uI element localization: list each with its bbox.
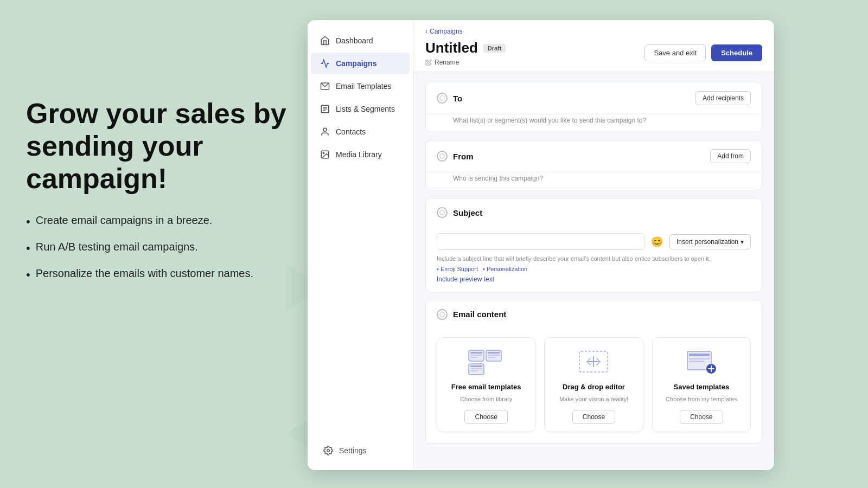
header-row: Untitled Draft Rename Save and exit Sche… bbox=[425, 40, 762, 66]
drag-drop-choose-button[interactable]: Choose bbox=[572, 410, 615, 424]
title-row: Untitled Draft bbox=[425, 40, 506, 56]
svg-point-11 bbox=[440, 210, 444, 215]
subject-input[interactable] bbox=[437, 233, 644, 250]
personalize-button[interactable]: Insert personalization ▾ bbox=[669, 234, 751, 249]
svg-rect-22 bbox=[470, 365, 482, 367]
section-subject: Subject 😊 Insert personalization ▾ Inclu… bbox=[425, 198, 762, 292]
feature-bullet: Create email campaigns in a breeze. bbox=[26, 214, 297, 229]
svg-point-12 bbox=[440, 312, 444, 316]
sidebar-label-settings: Settings bbox=[339, 446, 367, 455]
from-subtext: Who is sending this campaign? bbox=[426, 172, 762, 190]
breadcrumb-campaigns[interactable]: Campaigns bbox=[430, 28, 463, 35]
to-check-icon bbox=[437, 93, 448, 104]
sidebar-label-media: Media Library bbox=[336, 150, 382, 159]
svg-point-5 bbox=[323, 128, 327, 131]
drag-drop-title: Drag & drop editor bbox=[563, 383, 625, 391]
schedule-button[interactable]: Schedule bbox=[711, 44, 762, 61]
svg-rect-20 bbox=[488, 357, 495, 358]
app-window: Dashboard Campaigns Email Templates bbox=[308, 20, 774, 470]
saved-templates-choose-button[interactable]: Choose bbox=[680, 410, 723, 424]
email-icon bbox=[320, 81, 330, 92]
campaigns-icon bbox=[320, 58, 330, 69]
sidebar-label-campaigns: Campaigns bbox=[336, 59, 376, 68]
drag-drop-option[interactable]: Drag & drop editor Make your vision a re… bbox=[544, 337, 643, 432]
breadcrumb-arrow-icon: ‹ bbox=[425, 28, 427, 35]
home-icon bbox=[320, 35, 330, 46]
sidebar-item-contacts[interactable]: Contacts bbox=[311, 121, 410, 143]
svg-point-8 bbox=[327, 450, 330, 452]
lists-icon bbox=[320, 104, 330, 114]
sidebar-label-email-templates: Email Templates bbox=[336, 82, 391, 91]
svg-rect-18 bbox=[488, 352, 500, 354]
feature-bullet: Run A/B testing email campaigns. bbox=[26, 241, 297, 255]
subject-links: • Emoji Support • Personalization bbox=[437, 266, 751, 272]
from-title: From bbox=[453, 152, 474, 161]
settings-icon bbox=[323, 445, 334, 456]
section-subject-header: Subject bbox=[426, 198, 762, 227]
header-title-group: Untitled Draft Rename bbox=[425, 40, 506, 66]
saved-templates-title: Saved templates bbox=[674, 383, 730, 391]
to-subtext: What list(s) or segment(s) would you lik… bbox=[426, 114, 762, 132]
svg-point-9 bbox=[440, 96, 444, 100]
personalization-link[interactable]: • Personalization bbox=[483, 266, 527, 272]
saved-templates-desc: Choose from my templates bbox=[666, 395, 737, 403]
sidebar-item-media-library[interactable]: Media Library bbox=[311, 144, 410, 165]
from-action: Add from bbox=[710, 149, 751, 163]
saved-templates-option[interactable]: Saved templates Choose from my templates… bbox=[652, 337, 751, 432]
sidebar-label-dashboard: Dashboard bbox=[336, 36, 373, 45]
emoji-button[interactable]: 😊 bbox=[649, 234, 665, 250]
sidebar-bottom: Settings bbox=[308, 431, 413, 470]
free-templates-title: Free email templates bbox=[451, 383, 521, 391]
svg-rect-33 bbox=[689, 354, 710, 356]
sidebar-item-settings[interactable]: Settings bbox=[314, 440, 406, 461]
add-from-button[interactable]: Add from bbox=[710, 149, 751, 163]
sections: To Add recipients What list(s) or segmen… bbox=[413, 72, 774, 453]
sidebar-label-contacts: Contacts bbox=[336, 127, 366, 136]
sidebar-item-dashboard[interactable]: Dashboard bbox=[311, 30, 410, 52]
rename-row[interactable]: Rename bbox=[425, 59, 506, 66]
free-templates-desc: Choose from library bbox=[460, 395, 512, 403]
svg-point-10 bbox=[440, 154, 444, 158]
main-content: ‹ Campaigns Untitled Draft Rename Save a… bbox=[413, 20, 774, 470]
header: ‹ Campaigns Untitled Draft Rename Save a… bbox=[413, 20, 774, 72]
save-exit-button[interactable]: Save and exit bbox=[644, 44, 706, 61]
breadcrumb[interactable]: ‹ Campaigns bbox=[425, 28, 762, 35]
emoji-support-link[interactable]: • Emoji Support bbox=[437, 266, 478, 272]
personalize-label: Insert personalization bbox=[676, 238, 738, 246]
free-templates-icon bbox=[467, 349, 505, 378]
drag-drop-icon bbox=[575, 349, 612, 378]
section-from-header: From Add from bbox=[426, 140, 762, 172]
left-panel: Grow your sales by sending your campaign… bbox=[26, 98, 297, 294]
sidebar: Dashboard Campaigns Email Templates bbox=[308, 20, 413, 470]
to-action: Add recipients bbox=[695, 91, 751, 105]
sidebar-item-campaigns[interactable]: Campaigns bbox=[311, 53, 410, 74]
free-templates-option[interactable]: Free email templates Choose from library… bbox=[437, 337, 535, 432]
sidebar-nav: Dashboard Campaigns Email Templates bbox=[308, 30, 413, 431]
rename-label: Rename bbox=[435, 59, 459, 66]
svg-rect-24 bbox=[470, 370, 478, 371]
feature-list: Create email campaigns in a breeze.Run A… bbox=[26, 214, 297, 282]
svg-rect-34 bbox=[689, 358, 710, 359]
svg-rect-15 bbox=[470, 355, 482, 356]
section-to: To Add recipients What list(s) or segmen… bbox=[425, 82, 762, 132]
add-recipients-button[interactable]: Add recipients bbox=[695, 91, 751, 105]
to-title: To bbox=[453, 94, 462, 103]
email-content-title: Email content bbox=[453, 310, 506, 319]
sidebar-item-email-templates[interactable]: Email Templates bbox=[311, 75, 410, 97]
sidebar-label-lists: Lists & Segments bbox=[336, 105, 395, 113]
svg-rect-19 bbox=[488, 355, 500, 356]
media-icon bbox=[320, 149, 330, 160]
svg-point-7 bbox=[323, 152, 324, 153]
header-actions: Save and exit Schedule bbox=[644, 44, 762, 61]
email-content-body: Free email templates Choose from library… bbox=[426, 329, 762, 443]
subject-hint: Include a subject line that will briefly… bbox=[437, 254, 751, 264]
preview-text-link[interactable]: Include preview text bbox=[437, 275, 751, 283]
pencil-icon bbox=[425, 59, 432, 66]
section-email-header: Email content bbox=[426, 300, 762, 329]
svg-rect-23 bbox=[470, 368, 482, 369]
chevron-down-icon: ▾ bbox=[741, 238, 744, 246]
sidebar-item-lists-segments[interactable]: Lists & Segments bbox=[311, 98, 410, 120]
free-templates-choose-button[interactable]: Choose bbox=[464, 410, 507, 424]
section-from: From Add from Who is sending this campai… bbox=[425, 140, 762, 190]
contacts-icon bbox=[320, 126, 330, 137]
